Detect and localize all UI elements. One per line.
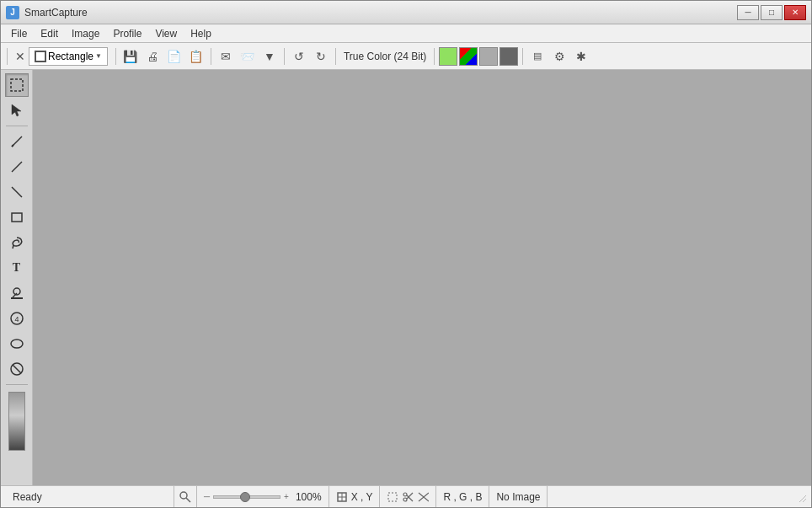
- select-icon: [9, 78, 24, 93]
- minimize-button[interactable]: ─: [737, 5, 759, 20]
- undo-button[interactable]: ↺: [289, 46, 309, 67]
- pencil-icon: [9, 134, 24, 149]
- close-button[interactable]: ✕: [784, 5, 806, 20]
- coordinates-text: X , Y: [351, 491, 373, 503]
- email-button[interactable]: ✉: [216, 46, 236, 67]
- svg-line-5: [12, 187, 22, 197]
- status-cut-section[interactable]: [380, 486, 436, 507]
- svg-point-23: [403, 493, 407, 496]
- zoom-slider-section[interactable]: ─ + 100%: [197, 486, 329, 507]
- svg-rect-22: [388, 493, 397, 501]
- capture-mode-label[interactable]: Rectangle ▼: [29, 47, 108, 66]
- svg-point-24: [403, 498, 407, 501]
- status-ready-text: Ready: [13, 491, 42, 503]
- tool-sep-2: [6, 384, 28, 385]
- menu-help[interactable]: Help: [184, 26, 218, 41]
- toolbar-separator-1: [7, 48, 8, 65]
- capture-mode-text: Rectangle: [48, 51, 93, 62]
- tool-text[interactable]: T: [5, 256, 29, 280]
- dropdown-button[interactable]: ▼: [259, 46, 280, 67]
- more-button[interactable]: ✱: [571, 46, 591, 67]
- text-icon: T: [13, 261, 20, 275]
- tool-cross[interactable]: [5, 357, 29, 381]
- tool-line-2[interactable]: [5, 180, 29, 204]
- color-button-multi[interactable]: [459, 47, 478, 66]
- svg-marker-1: [12, 104, 21, 116]
- status-search-section[interactable]: [174, 486, 197, 507]
- zoom-thumb[interactable]: [240, 492, 250, 502]
- menu-profile[interactable]: Profile: [106, 26, 148, 41]
- save-button[interactable]: 💾: [120, 46, 141, 67]
- tool-pointer[interactable]: [5, 99, 29, 122]
- resize-grip-area: [796, 492, 806, 502]
- status-image-section: No Image: [489, 486, 548, 507]
- main-area: T 4: [1, 70, 811, 485]
- tool-line[interactable]: [5, 155, 29, 179]
- color-button-green[interactable]: [439, 47, 457, 66]
- ellipse-icon: [9, 336, 24, 351]
- cut-icon: [417, 491, 429, 503]
- color-button-gray[interactable]: [479, 47, 498, 66]
- zoom-track[interactable]: [213, 495, 280, 499]
- canvas-area[interactable]: [33, 70, 811, 485]
- app-icon: J: [6, 6, 19, 19]
- svg-line-28: [803, 499, 806, 502]
- tool-lasso[interactable]: [5, 231, 29, 254]
- toolbar-separator-2: [115, 48, 116, 65]
- scissors-icon: [402, 491, 414, 503]
- rect-icon: [9, 210, 24, 225]
- color-button-dark[interactable]: [499, 47, 518, 66]
- toolbar-separator-4: [284, 48, 285, 65]
- copy-button[interactable]: 📄: [164, 46, 184, 67]
- toolbar: ✕ Rectangle ▼ 💾 🖨 📄 📋 ✉ 📨 ▼ ↺ ↻ True Col…: [1, 43, 811, 70]
- menu-image[interactable]: Image: [65, 26, 106, 41]
- tool-stamp[interactable]: [5, 281, 29, 305]
- svg-line-4: [12, 162, 22, 172]
- toolbar-separator-5: [335, 48, 336, 65]
- cross-icon: [9, 361, 24, 377]
- print-button[interactable]: 🖨: [142, 46, 163, 67]
- status-coords-section: X , Y: [329, 486, 381, 507]
- svg-point-17: [180, 492, 187, 499]
- line2-icon: [9, 184, 24, 200]
- resize-grip-icon: [796, 492, 806, 502]
- redo-button[interactable]: ↻: [311, 46, 331, 67]
- paste-button[interactable]: 📋: [186, 46, 206, 67]
- numbered-icon: 4: [9, 311, 24, 326]
- color-mode-label: True Color (24 Bit): [340, 51, 430, 62]
- settings-button[interactable]: ⚙: [549, 46, 569, 67]
- toolbar-separator-3: [211, 48, 211, 65]
- left-toolbar: T 4: [1, 70, 33, 485]
- color-gradient-bar[interactable]: [8, 392, 25, 451]
- window-controls: ─ □ ✕: [737, 5, 806, 20]
- status-bar: Ready ─ + 100% X , Y: [1, 485, 811, 507]
- zoom-minus-icon[interactable]: ─: [204, 492, 210, 501]
- menu-edit[interactable]: Edit: [34, 26, 65, 41]
- status-color-section: R , G , B: [436, 486, 489, 507]
- color-values-text: R , G , B: [443, 491, 482, 503]
- tool-pencil[interactable]: [5, 130, 29, 153]
- line-icon: [9, 159, 24, 174]
- tool-rectangle[interactable]: [5, 206, 29, 229]
- window-title: SmartCapture: [24, 7, 88, 19]
- tool-select[interactable]: [5, 73, 29, 97]
- svg-line-16: [13, 365, 21, 373]
- menu-file[interactable]: File: [4, 26, 34, 41]
- tool-numbered[interactable]: 4: [5, 307, 29, 330]
- email-attach-button[interactable]: 📨: [238, 46, 258, 67]
- menu-view[interactable]: View: [148, 26, 184, 41]
- main-window: J SmartCapture ─ □ ✕ File Edit Image Pro…: [0, 0, 812, 508]
- maximize-button[interactable]: □: [761, 5, 783, 20]
- svg-line-27: [799, 495, 806, 502]
- capture-icon: ✕: [15, 50, 25, 63]
- svg-rect-11: [11, 297, 23, 299]
- gray-btn-1[interactable]: ▤: [527, 46, 548, 67]
- tool-ellipse[interactable]: [5, 332, 29, 356]
- toolbar-separator-7: [522, 48, 523, 65]
- capture-mode-selector[interactable]: ✕ Rectangle ▼: [15, 47, 108, 66]
- zoom-plus-icon[interactable]: +: [284, 492, 289, 501]
- svg-rect-0: [11, 79, 23, 91]
- svg-line-7: [13, 245, 13, 249]
- title-bar-left: J SmartCapture: [6, 6, 88, 19]
- no-image-text: No Image: [496, 491, 540, 503]
